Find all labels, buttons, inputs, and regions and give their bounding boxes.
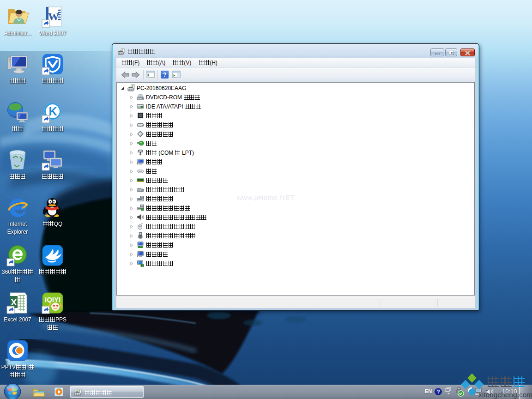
svg-text:K: K (49, 105, 57, 118)
svg-text:?: ? (163, 72, 166, 78)
svg-text:?: ? (437, 389, 440, 394)
svg-text:iQIYI: iQIYI (45, 296, 60, 303)
svg-text:W: W (48, 11, 59, 23)
svg-text:X: X (11, 297, 17, 307)
